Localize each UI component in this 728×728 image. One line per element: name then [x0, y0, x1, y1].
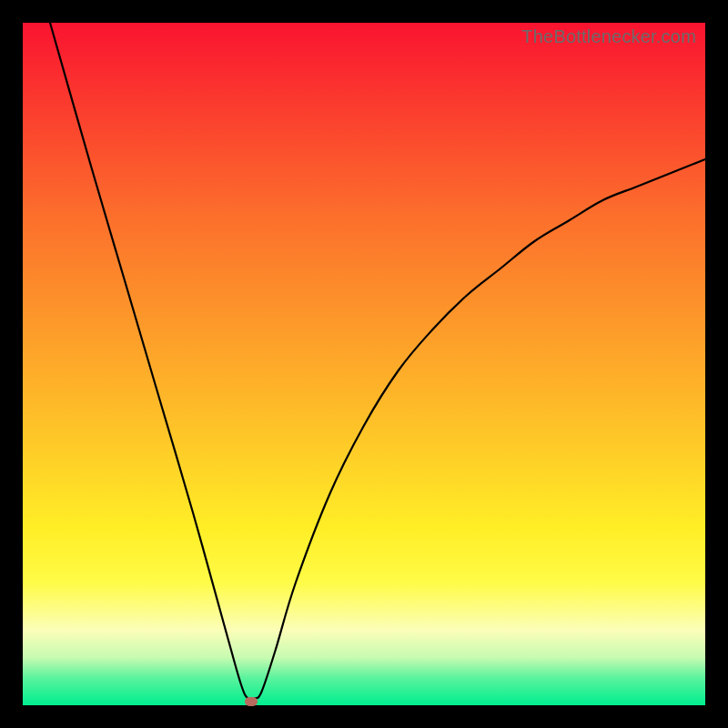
plot-area: TheBottlenecker.com — [23, 23, 705, 705]
optimum-marker — [245, 697, 258, 706]
chart-frame: TheBottlenecker.com — [0, 0, 728, 728]
curve-path — [50, 23, 705, 700]
bottleneck-curve — [23, 23, 705, 705]
